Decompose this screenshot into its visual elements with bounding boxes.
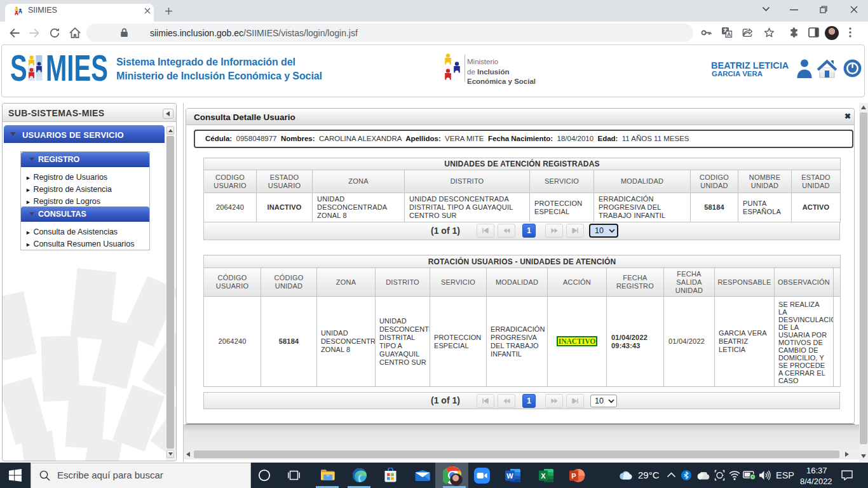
svg-text:W: W — [506, 472, 513, 480]
svg-text:X: X — [541, 472, 546, 480]
svg-text:P: P — [571, 472, 576, 480]
